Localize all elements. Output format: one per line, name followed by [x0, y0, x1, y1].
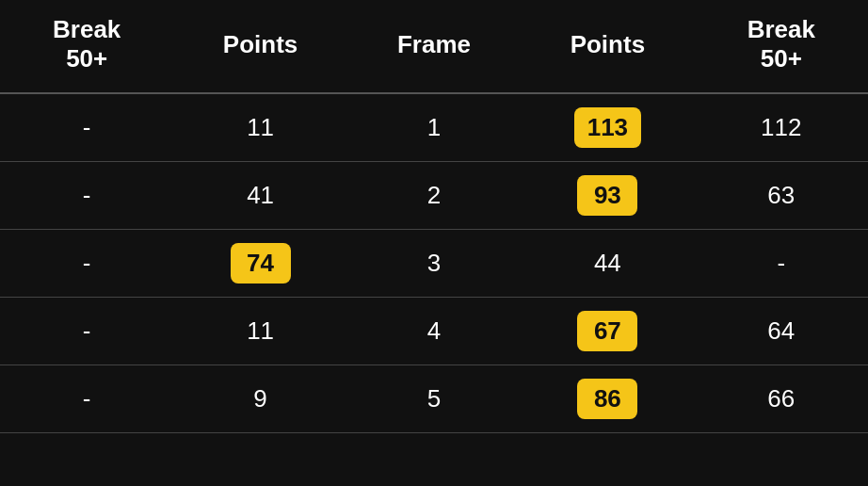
- break50-left-cell: -: [0, 93, 173, 162]
- table-row: -4129363: [0, 162, 868, 230]
- points-left-cell: 11: [173, 298, 346, 365]
- break50-right-cell: 66: [695, 365, 868, 433]
- frame-cell: 5: [347, 365, 521, 433]
- break50-left-cell: -: [0, 162, 173, 230]
- header-points-left: Points: [173, 0, 346, 93]
- frame-cell: 4: [347, 298, 521, 365]
- points-right-cell: 113: [521, 93, 694, 162]
- table-row: -1146764: [0, 298, 868, 365]
- table-row: -111113112: [0, 93, 868, 162]
- points-left-cell: 41: [173, 162, 346, 230]
- header-frame: Frame: [347, 0, 521, 93]
- points-left-cell: 9: [173, 365, 346, 433]
- frame-cell: 1: [347, 93, 521, 162]
- points-left-cell: 11: [173, 93, 346, 162]
- table-row: -74344-: [0, 230, 868, 298]
- break50-left-cell: -: [0, 230, 173, 298]
- points-right-cell: 44: [521, 230, 694, 298]
- break50-right-cell: -: [695, 230, 868, 298]
- highlight-badge: 113: [574, 107, 641, 148]
- highlight-badge: 86: [577, 379, 637, 419]
- highlight-badge: 93: [577, 175, 637, 216]
- stats-table-container: Break 50+ Points Frame Points Break 50+: [0, 0, 868, 433]
- break50-left-cell: -: [0, 298, 173, 365]
- table-row: -958666: [0, 365, 868, 433]
- table-body: -111113112-4129363-74344--1146764-958666: [0, 93, 868, 433]
- highlight-badge: 74: [231, 243, 291, 284]
- header-break-50-right: Break 50+: [695, 0, 868, 93]
- points-left-cell: 74: [173, 230, 346, 298]
- break50-right-cell: 64: [695, 298, 868, 365]
- frame-cell: 3: [347, 230, 521, 298]
- header-points-right: Points: [521, 0, 694, 93]
- highlight-badge: 67: [577, 311, 637, 351]
- header-row: Break 50+ Points Frame Points Break 50+: [0, 0, 868, 93]
- points-right-cell: 86: [521, 365, 694, 433]
- break50-left-cell: -: [0, 365, 173, 433]
- frame-cell: 2: [347, 162, 521, 230]
- points-right-cell: 67: [521, 298, 694, 365]
- stats-table: Break 50+ Points Frame Points Break 50+: [0, 0, 868, 433]
- break50-right-cell: 112: [695, 93, 868, 162]
- break50-right-cell: 63: [695, 162, 868, 230]
- header-break-50-left: Break 50+: [0, 0, 173, 93]
- points-right-cell: 93: [521, 162, 694, 230]
